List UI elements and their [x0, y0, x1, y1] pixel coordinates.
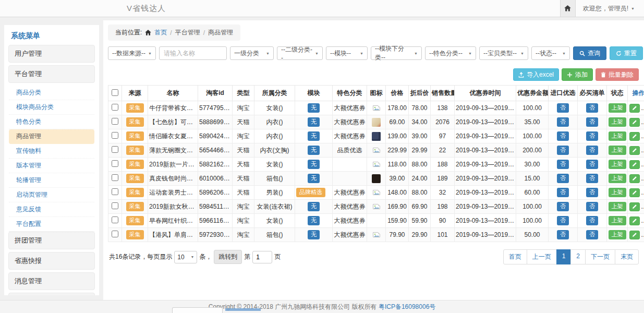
status-badge[interactable]: 上架: [609, 103, 626, 112]
feature-category-select[interactable]: --特色分类-- ▼: [425, 46, 476, 60]
status-badge[interactable]: 上架: [609, 174, 626, 183]
imported-badge[interactable]: 否: [557, 103, 569, 112]
row-checkbox[interactable]: [112, 216, 118, 223]
name-search-input[interactable]: [159, 46, 227, 60]
jump-button[interactable]: 跳转到: [214, 250, 242, 264]
edit-button[interactable]: [629, 118, 640, 127]
add-button[interactable]: 添加: [562, 68, 593, 81]
must-buy-badge[interactable]: 否: [586, 188, 598, 197]
must-buy-badge[interactable]: 否: [586, 103, 598, 112]
imported-badge[interactable]: 否: [557, 146, 569, 154]
edit-button[interactable]: [629, 132, 640, 141]
status-badge[interactable]: 上架: [609, 117, 626, 126]
imported-badge[interactable]: 否: [557, 174, 569, 183]
page-size-select[interactable]: 10 ▼: [174, 251, 197, 263]
edit-button[interactable]: [629, 202, 640, 211]
batch-delete-button[interactable]: 批量删除: [596, 68, 639, 81]
edit-button[interactable]: [629, 160, 640, 169]
level2-category-select[interactable]: --二级分类-- ▼: [277, 46, 323, 60]
status-badge[interactable]: 上架: [609, 188, 626, 197]
price-cell: 79.90: [386, 228, 409, 242]
status-badge[interactable]: 上架: [609, 230, 626, 239]
imported-badge[interactable]: 否: [557, 216, 569, 225]
must-buy-badge[interactable]: 否: [586, 146, 598, 154]
sidebar-item-6[interactable]: 宣传物料: [9, 144, 94, 159]
pager-button-4[interactable]: 下一页: [585, 249, 615, 264]
must-buy-badge[interactable]: 否: [586, 117, 598, 126]
pager-button-0[interactable]: 首页: [503, 249, 527, 264]
status-badge[interactable]: 上架: [609, 146, 626, 154]
reset-button[interactable]: 重置: [610, 46, 643, 60]
must-buy-badge[interactable]: 否: [586, 160, 598, 168]
sidebar-item-10[interactable]: 意见反馈: [9, 202, 94, 217]
item-type-select[interactable]: --宝贝类型-- ▼: [479, 46, 528, 60]
sidebar-item-9[interactable]: 启动页管理: [9, 188, 94, 202]
row-checkbox[interactable]: [112, 160, 118, 167]
module-sub-category-select[interactable]: --模块下分类-- ▼: [371, 46, 422, 60]
status-badge[interactable]: 上架: [609, 216, 626, 225]
imported-badge[interactable]: 否: [557, 230, 569, 239]
edit-button[interactable]: [629, 231, 640, 239]
imported-badge[interactable]: 否: [557, 117, 569, 126]
imported-badge[interactable]: 否: [557, 202, 569, 211]
level1-category-select[interactable]: 一级分类 ▼: [230, 46, 274, 60]
icp-link[interactable]: 粤ICP备16098006号: [379, 303, 435, 310]
pager-button-3[interactable]: 2: [570, 249, 586, 264]
status-badge[interactable]: 上架: [609, 160, 626, 168]
sidebar-item-4[interactable]: 特色分类: [9, 115, 94, 129]
sidebar-item-12[interactable]: 拼团管理: [8, 232, 95, 249]
edit-button[interactable]: [629, 104, 640, 113]
sidebar-item-2[interactable]: 商品分类: [9, 86, 94, 100]
sidebar-item-1[interactable]: 平台管理: [8, 65, 95, 83]
sidebar-item-15[interactable]: 订单管理: [8, 293, 95, 295]
must-buy-badge[interactable]: 否: [586, 131, 598, 140]
data-source-select[interactable]: --数据来源-- ▼: [108, 46, 156, 60]
status-badge[interactable]: 上架: [609, 131, 626, 140]
must-buy-badge[interactable]: 否: [586, 174, 598, 183]
row-checkbox[interactable]: [112, 132, 118, 139]
column-header-13: 进口优选: [549, 86, 578, 101]
sidebar-item-7[interactable]: 版本管理: [9, 159, 94, 173]
pager-button-2[interactable]: 1: [556, 249, 572, 264]
sales-cell: 138: [431, 101, 455, 115]
imported-badge[interactable]: 否: [557, 131, 569, 140]
must-buy-badge[interactable]: 否: [586, 216, 598, 225]
sidebar-item-8[interactable]: 轮播管理: [9, 173, 94, 188]
module-cell: 无: [295, 158, 333, 172]
edit-button[interactable]: [629, 216, 640, 225]
sidebar-item-0[interactable]: 用户管理: [8, 45, 95, 63]
sidebar-item-3[interactable]: 模块商品分类: [9, 100, 94, 115]
sidebar-item-5[interactable]: 商品管理: [9, 129, 94, 144]
row-checkbox[interactable]: [112, 118, 118, 125]
edit-button[interactable]: [629, 174, 640, 183]
must-buy-badge[interactable]: 否: [586, 230, 598, 239]
edit-button[interactable]: [629, 146, 640, 155]
row-checkbox[interactable]: [112, 231, 118, 237]
must-buy-badge[interactable]: 否: [586, 202, 598, 211]
taoke-id-cell: 589620659791: [198, 186, 233, 200]
row-checkbox[interactable]: [112, 188, 118, 195]
sidebar-item-11[interactable]: 平台配置: [9, 217, 94, 232]
table-header-row: 来源名称淘客id类型所属分类模块特色分类图标价格折后价销售数量优惠券时间优惠券金…: [108, 86, 644, 101]
select-all-checkbox[interactable]: [112, 89, 118, 96]
user-menu[interactable]: 欢迎您，管理员! ▼: [583, 4, 635, 13]
imported-badge[interactable]: 否: [557, 160, 569, 168]
row-checkbox[interactable]: [112, 202, 118, 209]
home-button[interactable]: [560, 0, 576, 17]
status-badge[interactable]: 上架: [609, 202, 626, 211]
status-select[interactable]: --状态-- ▼: [531, 46, 570, 60]
imported-badge[interactable]: 否: [557, 188, 569, 197]
import-excel-button[interactable]: 导入excel: [513, 68, 559, 81]
edit-button[interactable]: [629, 188, 640, 197]
pager-button-5[interactable]: 末页: [615, 249, 639, 264]
row-checkbox[interactable]: [112, 146, 118, 153]
query-button[interactable]: 查询: [573, 46, 606, 60]
sidebar-item-14[interactable]: 消息管理: [8, 272, 95, 290]
row-checkbox[interactable]: [112, 174, 118, 181]
jump-page-input[interactable]: [252, 251, 272, 263]
row-checkbox[interactable]: [112, 104, 118, 111]
breadcrumb-home-link[interactable]: 首页: [154, 28, 167, 37]
module-select[interactable]: --模块-- ▼: [326, 46, 368, 60]
sidebar-item-13[interactable]: 省惠快报: [8, 252, 95, 270]
pager-button-1[interactable]: 上一页: [527, 249, 557, 264]
